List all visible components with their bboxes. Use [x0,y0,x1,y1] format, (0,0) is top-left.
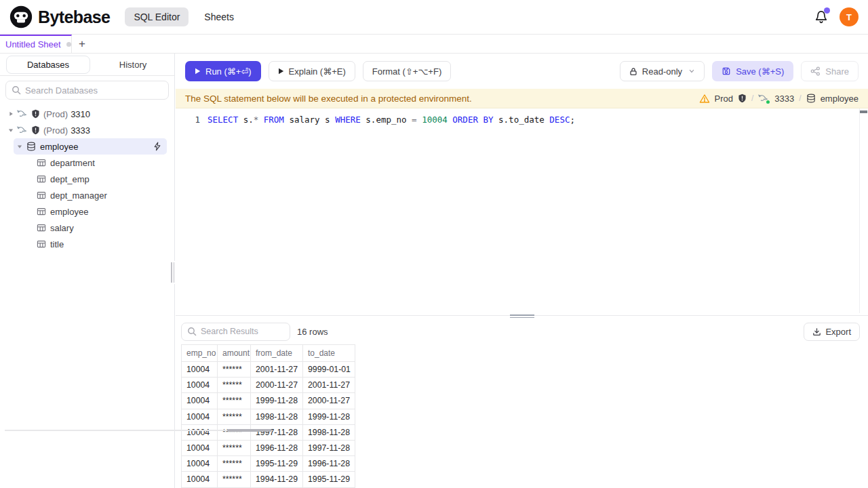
nav-sheets[interactable]: Sheets [195,7,243,26]
tab-history[interactable]: History [92,54,174,75]
results-search[interactable] [181,323,290,341]
breadcrumb-environment[interactable]: Prod [715,94,733,104]
tree-table-employee[interactable]: employee [0,203,174,220]
cell: 1998-11-28 [251,409,303,424]
results-panel: 16 rows Export emp_no amou [176,319,868,488]
table-name: dept_emp [50,174,90,184]
cell: 1994-11-29 [251,472,303,487]
format-button[interactable]: Format (⇧+⌥+F) [363,61,451,81]
app-root: Bytebase SQL Editor Sheets T Untitled Sh… [0,0,868,488]
cell: 1996-11-28 [251,440,303,455]
share-label: Share [825,66,849,77]
cell: ****** [218,378,251,393]
instance-env-label: (Prod) [43,125,68,136]
sql-code[interactable]: SELECT s.* FROM salary s WHERE s.emp_no … [208,113,575,126]
connection-breadcrumb: Prod / 3333 / [699,94,859,104]
cell: 10004 [182,472,218,487]
table-icon [37,174,46,184]
unsaved-dot [66,42,71,47]
search-icon [187,327,197,336]
tree-table-dept-manager[interactable]: dept_manager [0,187,174,203]
tree-table-title[interactable]: title [0,236,174,252]
line-number: 1 [176,113,200,126]
explain-button[interactable]: Explain (⌘+E) [269,61,355,81]
shield-icon [31,109,40,119]
cell: 1999-11-28 [303,409,355,424]
instance-name: 3333 [71,125,90,136]
cell: 10004 [182,378,218,393]
readonly-mode-dropdown[interactable]: Read-only [620,61,705,81]
table-row: 10004******1995-11-291996-11-28 [182,456,355,472]
column-header: emp_no [182,345,218,362]
cell: 2000-11-27 [303,393,355,409]
results-header: 16 rows Export [176,319,868,344]
cell: ****** [218,424,251,440]
panel-split-divider[interactable] [176,313,868,319]
sql-line[interactable]: 1 SELECT s.* FROM salary s WHERE s.emp_n… [176,108,868,126]
row-count: 16 rows [297,327,328,337]
avatar[interactable]: T [840,7,859,26]
sheet-tabbar: Untitled Sheet + [0,35,868,54]
save-label: Save (⌘+S) [736,66,784,77]
tree-table-dept-emp[interactable]: dept_emp [0,171,174,187]
database-name: employee [40,142,78,152]
table-row: 10004******1997-11-281998-11-28 [182,424,355,440]
cell: 1998-11-28 [303,424,355,440]
readonly-label: Read-only [642,66,682,77]
save-button[interactable]: Save (⌘+S) [712,61,793,81]
lightning-icon[interactable] [153,142,161,151]
format-label: Format (⇧+⌥+F) [372,66,441,77]
run-button[interactable]: Run (⌘+⏎) [185,61,261,81]
nav-sql-editor[interactable]: SQL Editor [125,7,189,26]
tree-instance-3310[interactable]: (Prod) 3310 [0,106,174,122]
tab-databases[interactable]: Databases [6,56,90,74]
shield-icon [738,94,747,103]
cell: ****** [218,393,251,409]
breadcrumb-database[interactable]: employee [821,94,859,104]
scrollbar-thumb[interactable] [227,429,272,432]
protected-env-banner: The SQL statement below will be executed… [176,89,868,108]
tree-table-department[interactable]: department [0,155,174,171]
table-icon [37,158,46,167]
cell: 2001-11-27 [303,378,355,393]
sidebar-resize-handle[interactable] [170,261,175,284]
column-header: amount [218,345,251,362]
cell: 1996-11-28 [303,456,355,472]
tab-untitled-sheet[interactable]: Untitled Sheet [0,35,72,53]
cell: ****** [218,362,251,378]
top-nav: SQL Editor Sheets [125,7,243,26]
split-drag-handle[interactable] [510,313,534,318]
brand[interactable]: Bytebase [9,5,110,28]
cell: 1999-11-28 [251,393,303,409]
export-button[interactable]: Export [804,323,860,341]
search-results-input[interactable] [201,327,275,336]
database-icon [806,94,816,103]
search-databases-input[interactable] [25,85,163,96]
table-row: 10004******2000-11-272001-11-27 [182,378,355,393]
mysql-icon [17,125,28,135]
play-icon [278,68,284,75]
editor-toolbar: Run (⌘+⏎) Explain (⌘+E) Format (⇧+⌥+F) R… [176,54,868,89]
database-tree: (Prod) 3310 (Prod) 3333 [0,104,174,252]
horizontal-scrollbar[interactable] [5,429,272,431]
breadcrumb-instance[interactable]: 3333 [774,94,794,104]
share-button[interactable]: Share [801,61,859,81]
tree-database-employee[interactable]: employee [14,138,167,155]
cell: 10004 [182,440,218,455]
play-icon [195,68,201,75]
cell: ****** [218,456,251,472]
top-right: T [814,7,859,26]
caret-right-icon [8,111,14,117]
sql-editor[interactable]: 1 SELECT s.* FROM salary s WHERE s.emp_n… [176,108,868,313]
tree-table-salary[interactable]: salary [0,220,174,236]
editor-overview-ruler [859,108,860,313]
table-icon [37,190,46,200]
tree-instance-3333[interactable]: (Prod) 3333 [0,122,174,138]
sidebar-tabs: Databases History [0,54,174,76]
search-icon [12,85,21,95]
database-search[interactable] [5,81,169,100]
cell: 9999-01-01 [303,362,355,378]
notification-badge [824,7,830,14]
notification-bell-icon[interactable] [814,9,829,24]
add-sheet-button[interactable]: + [72,35,92,53]
